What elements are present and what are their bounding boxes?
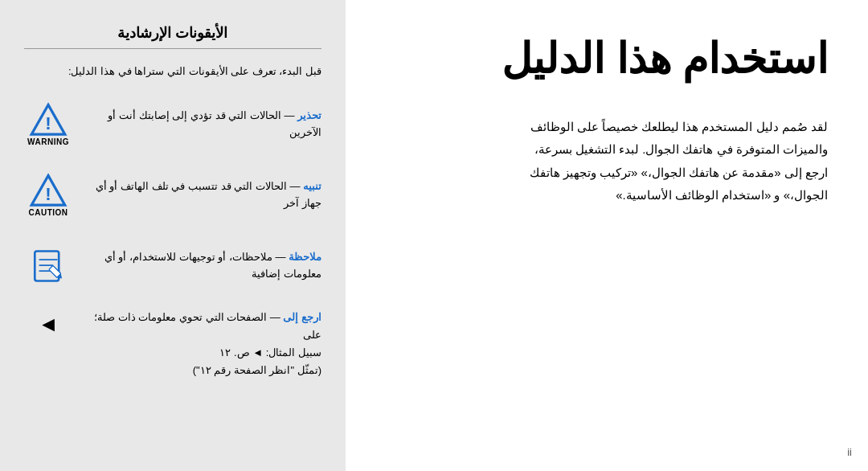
note-icon-box	[24, 238, 72, 294]
arrow-item: ارجع إلى — الصفحات التي تحوي معلومات ذات…	[24, 309, 321, 379]
divider	[24, 48, 321, 49]
note-text: ملاحظة — ملاحظات، أو توجيهات للاستخدام، …	[84, 249, 321, 283]
caution-label: تنبيه	[303, 180, 321, 192]
intro-text: قبل البدء، تعرف على الأيقونات التي ستراه…	[24, 63, 321, 80]
note-item: ملاحظة — ملاحظات، أو توجيهات للاستخدام، …	[24, 238, 321, 294]
caution-dash: —	[289, 180, 300, 192]
body-line1: لقد صُمم دليل المستخدم هذا ليطلعك خصيصاً…	[530, 120, 828, 133]
right-page-number: ii	[847, 446, 852, 458]
arrow-label: ارجع إلى	[283, 311, 321, 323]
warning-item: تحذير — الحالات التي قد تؤدي إلى إصابتك …	[24, 96, 321, 153]
body-line2: والميزات المتوفرة في هاتفك الجوال. لبدء …	[534, 142, 828, 156]
main-body: لقد صُمم دليل المستخدم هذا ليطلعك خصيصاً…	[394, 116, 828, 207]
main-title: استخدام هذا الدليل	[386, 32, 828, 87]
left-panel-title: الأيقونات الإرشادية	[24, 24, 321, 42]
right-panel: استخدام هذا الدليل لقد صُمم دليل المستخد…	[346, 0, 868, 471]
body-line4: الجوال،» و «استخدام الوظائف الأساسية.»	[616, 188, 828, 202]
warning-icon-box: ! WARNING	[24, 96, 72, 153]
warning-icon-label: WARNING	[27, 137, 69, 146]
arrow-icon-box: ◄	[24, 309, 72, 365]
left-panel: الأيقونات الإرشادية قبل البدء، تعرف على …	[0, 0, 346, 471]
svg-text:!: !	[45, 184, 51, 204]
warning-label: تحذير	[297, 109, 321, 121]
warning-icon: !	[29, 102, 68, 136]
body-line3: ارجع إلى «مقدمة عن هاتفك الجوال،» «تركيب…	[530, 166, 828, 179]
arrow-icon: ◄	[38, 313, 59, 334]
note-icon	[31, 248, 66, 284]
arrow-dash: —	[270, 311, 280, 323]
caution-icon-label: CAUTION	[28, 208, 68, 217]
caution-item: تنبيه — الحالات التي قد تتسبب في تلف اله…	[24, 167, 321, 223]
svg-text:!: !	[45, 113, 51, 133]
arrow-text: ارجع إلى — الصفحات التي تحوي معلومات ذات…	[84, 309, 321, 379]
note-label: ملاحظة	[289, 251, 321, 263]
note-dash: —	[275, 251, 285, 263]
caution-icon-box: ! CAUTION	[24, 167, 72, 223]
caution-icon: !	[29, 173, 68, 207]
warning-text: تحذير — الحالات التي قد تؤدي إلى إصابتك …	[84, 108, 321, 141]
caution-description: الحالات التي قد تتسبب في تلف الهاتف أو أ…	[96, 180, 321, 209]
warning-dash: —	[284, 109, 294, 121]
caution-text: تنبيه — الحالات التي قد تتسبب في تلف اله…	[84, 178, 321, 212]
